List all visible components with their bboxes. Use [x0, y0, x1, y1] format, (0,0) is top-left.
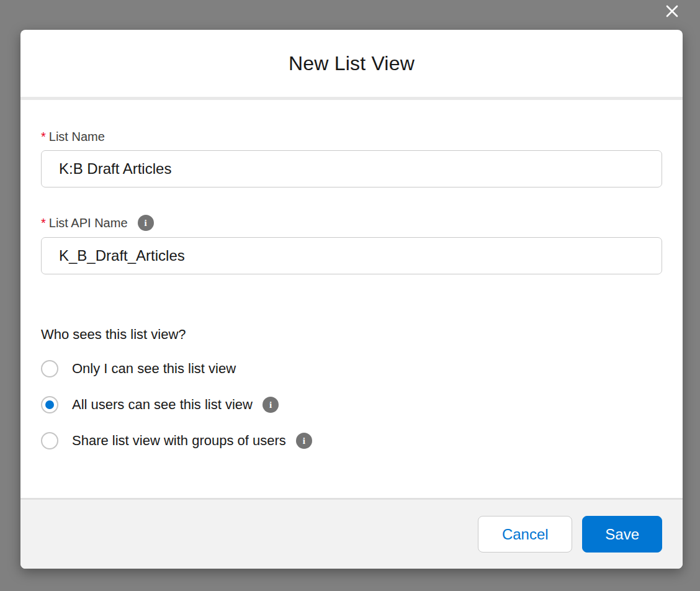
list-name-input[interactable]	[41, 150, 662, 187]
cancel-button[interactable]: Cancel	[478, 516, 572, 553]
modal-title: New List View	[289, 52, 415, 75]
radio-button-icon[interactable]	[41, 396, 58, 413]
x-close-icon	[665, 4, 680, 19]
required-asterisk: *	[41, 216, 46, 230]
radio-option-all-users[interactable]: All users can see this list view i	[41, 396, 662, 413]
list-name-field-group: * List Name	[41, 130, 662, 187]
modal-footer: Cancel Save	[20, 498, 683, 569]
save-button[interactable]: Save	[582, 516, 662, 553]
info-icon[interactable]: i	[296, 433, 312, 449]
radio-button-icon[interactable]	[41, 432, 58, 449]
radio-option-share-with-groups[interactable]: Share list view with groups of users i	[41, 432, 662, 449]
close-button[interactable]	[664, 3, 680, 19]
radio-option-label: Only I can see this list view	[72, 361, 236, 377]
radio-option-label: Share list view with groups of users	[72, 433, 286, 449]
list-api-name-label: List API Name	[49, 216, 128, 230]
list-api-name-field-group: * List API Name i	[41, 215, 662, 274]
list-name-label-row: * List Name	[41, 130, 662, 144]
list-name-label: List Name	[49, 130, 105, 144]
visibility-section: Who sees this list view? Only I can see …	[41, 327, 662, 449]
modal-header: New List View	[20, 30, 683, 100]
radio-option-only-i-can-see[interactable]: Only I can see this list view	[41, 360, 662, 377]
radio-button-icon[interactable]	[41, 360, 58, 377]
visibility-question: Who sees this list view?	[41, 327, 662, 343]
list-api-name-label-row: * List API Name i	[41, 215, 662, 231]
info-icon[interactable]: i	[138, 215, 154, 231]
info-icon[interactable]: i	[262, 397, 279, 413]
radio-option-label: All users can see this list view	[72, 397, 253, 413]
required-asterisk: *	[41, 130, 46, 144]
list-api-name-input[interactable]	[41, 237, 662, 274]
modal-body: * List Name * List API Name i Who sees t…	[20, 100, 683, 498]
new-list-view-modal: New List View * List Name * List API Nam…	[20, 30, 683, 569]
